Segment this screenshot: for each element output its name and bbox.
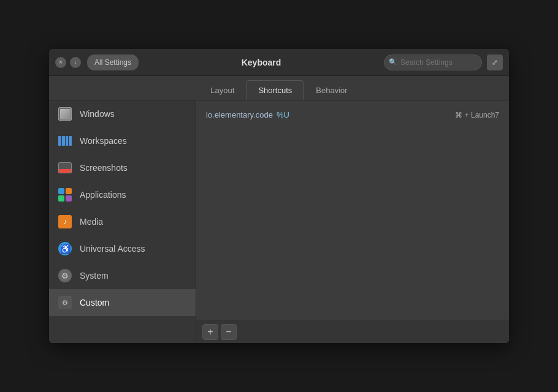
titlebar-left: × ↓ All Settings: [55, 55, 139, 70]
search-wrapper: 🔍: [384, 55, 482, 70]
shortcut-list: io.elementary.code %U ⌘ + Launch7: [196, 100, 509, 320]
remove-shortcut-button[interactable]: −: [221, 324, 237, 340]
universal-access-icon: ♿: [58, 241, 72, 256]
sidebar: Windows Workspaces Screenshots: [49, 100, 196, 343]
applications-icon: [58, 187, 72, 202]
sidebar-label-applications: Applications: [80, 190, 126, 200]
windows-icon: [58, 107, 72, 121]
all-settings-button[interactable]: All Settings: [87, 55, 139, 70]
tab-layout[interactable]: Layout: [199, 80, 245, 100]
main-panel: io.elementary.code %U ⌘ + Launch7 + −: [196, 100, 509, 343]
shortcut-left: io.elementary.code %U: [206, 110, 289, 119]
sidebar-item-workspaces[interactable]: Workspaces: [49, 127, 196, 154]
sidebar-item-windows[interactable]: Windows: [49, 100, 196, 127]
titlebar-center: Keyboard: [139, 58, 384, 67]
sidebar-item-applications[interactable]: Applications: [49, 181, 196, 208]
add-shortcut-button[interactable]: +: [202, 324, 218, 340]
workspaces-icon: [58, 134, 72, 148]
sidebar-item-screenshots[interactable]: Screenshots: [49, 154, 196, 181]
sidebar-item-universal-access[interactable]: ♿ Universal Access: [49, 235, 196, 262]
sidebar-label-system: System: [80, 271, 109, 281]
close-button[interactable]: ×: [55, 57, 66, 68]
shortcut-row[interactable]: io.elementary.code %U ⌘ + Launch7: [196, 105, 509, 124]
sidebar-label-media: Media: [80, 217, 103, 227]
tab-shortcuts[interactable]: Shortcuts: [247, 80, 304, 100]
titlebar-right: 🔍 ⤢: [384, 55, 503, 70]
sidebar-item-system[interactable]: ⚙ System: [49, 262, 196, 289]
titlebar: × ↓ All Settings Keyboard 🔍 ⤢: [49, 49, 509, 76]
minimize-button[interactable]: ↓: [70, 57, 81, 68]
sidebar-label-screenshots: Screenshots: [80, 163, 128, 173]
media-icon: ♪: [58, 214, 72, 229]
sidebar-item-media[interactable]: ♪ Media: [49, 208, 196, 235]
shortcut-key: ⌘ + Launch7: [455, 111, 499, 119]
tab-behavior[interactable]: Behavior: [305, 80, 358, 100]
sidebar-item-custom[interactable]: ⚙ Custom: [49, 289, 196, 316]
search-input[interactable]: [384, 55, 482, 70]
sidebar-label-custom: Custom: [80, 298, 109, 307]
tabbar: Layout Shortcuts Behavior: [49, 76, 509, 100]
shortcut-arg: %U: [277, 110, 289, 119]
main-window: × ↓ All Settings Keyboard 🔍 ⤢ Layout Sho…: [49, 49, 509, 343]
shortcut-app: io.elementary.code: [206, 110, 273, 119]
bottom-toolbar: + −: [196, 320, 509, 343]
system-icon: ⚙: [58, 268, 72, 283]
expand-button[interactable]: ⤢: [487, 55, 503, 70]
sidebar-label-windows: Windows: [80, 109, 115, 119]
screenshots-icon: [58, 160, 72, 175]
content-area: Windows Workspaces Screenshots: [49, 100, 509, 343]
sidebar-label-workspaces: Workspaces: [80, 136, 127, 146]
window-title: Keyboard: [242, 58, 281, 67]
custom-icon: ⚙: [58, 295, 72, 310]
sidebar-label-universal-access: Universal Access: [80, 244, 145, 254]
